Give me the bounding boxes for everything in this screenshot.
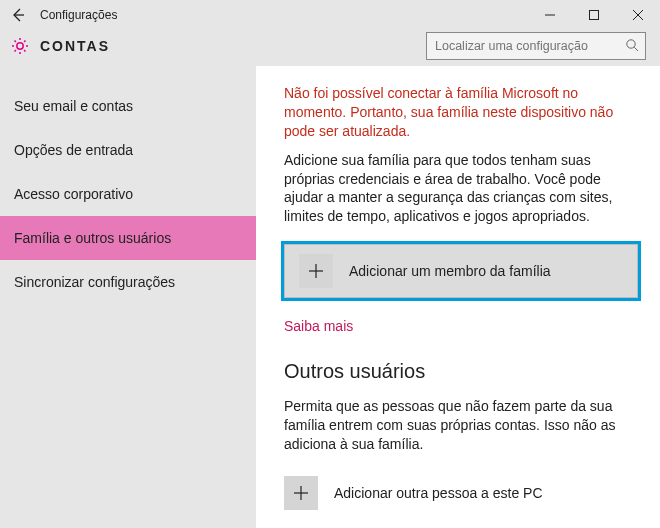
- other-users-heading: Outros usuários: [284, 360, 638, 383]
- close-button[interactable]: [616, 0, 660, 30]
- learn-more-link[interactable]: Saiba mais: [284, 318, 353, 334]
- other-users-description: Permita que as pessoas que não fazem par…: [284, 397, 638, 454]
- sidebar-item-sync-settings[interactable]: Sincronizar configurações: [0, 260, 256, 304]
- plus-icon: [284, 476, 318, 510]
- header-title: CONTAS: [40, 38, 110, 54]
- sidebar-item-signin-options[interactable]: Opções de entrada: [0, 128, 256, 172]
- sidebar-item-label: Família e outros usuários: [14, 230, 171, 246]
- content-pane: Não foi possível conectar à família Micr…: [256, 66, 660, 528]
- svg-point-6: [627, 39, 635, 47]
- gear-icon: [10, 36, 30, 56]
- add-family-member-label: Adicionar um membro da família: [349, 263, 551, 279]
- sidebar-item-family-users[interactable]: Família e outros usuários: [0, 216, 256, 260]
- titlebar: Configurações: [0, 0, 660, 30]
- header: CONTAS: [0, 30, 660, 66]
- back-arrow-icon[interactable]: [10, 7, 26, 23]
- family-description: Adicione sua família para que todos tenh…: [284, 151, 638, 227]
- search-icon: [625, 38, 639, 55]
- window-title: Configurações: [40, 8, 117, 22]
- window-controls: [528, 0, 660, 30]
- sidebar-item-label: Seu email e contas: [14, 98, 133, 114]
- add-other-user-label: Adicionar outra pessoa a este PC: [334, 485, 543, 501]
- sidebar: Seu email e contas Opções de entrada Ace…: [0, 66, 256, 528]
- error-message: Não foi possível conectar à família Micr…: [284, 84, 638, 141]
- sidebar-item-label: Sincronizar configurações: [14, 274, 175, 290]
- sidebar-item-work-access[interactable]: Acesso corporativo: [0, 172, 256, 216]
- plus-icon: [299, 254, 333, 288]
- sidebar-item-label: Acesso corporativo: [14, 186, 133, 202]
- search-input[interactable]: [435, 39, 625, 53]
- add-family-member-button[interactable]: Adicionar um membro da família: [284, 244, 638, 298]
- search-box[interactable]: [426, 32, 646, 60]
- minimize-button[interactable]: [528, 0, 572, 30]
- svg-point-5: [17, 43, 23, 49]
- sidebar-item-email-accounts[interactable]: Seu email e contas: [0, 84, 256, 128]
- maximize-button[interactable]: [572, 0, 616, 30]
- sidebar-item-label: Opções de entrada: [14, 142, 133, 158]
- svg-line-7: [634, 47, 638, 51]
- svg-rect-2: [590, 11, 599, 20]
- add-other-user-button[interactable]: Adicionar outra pessoa a este PC: [284, 476, 638, 510]
